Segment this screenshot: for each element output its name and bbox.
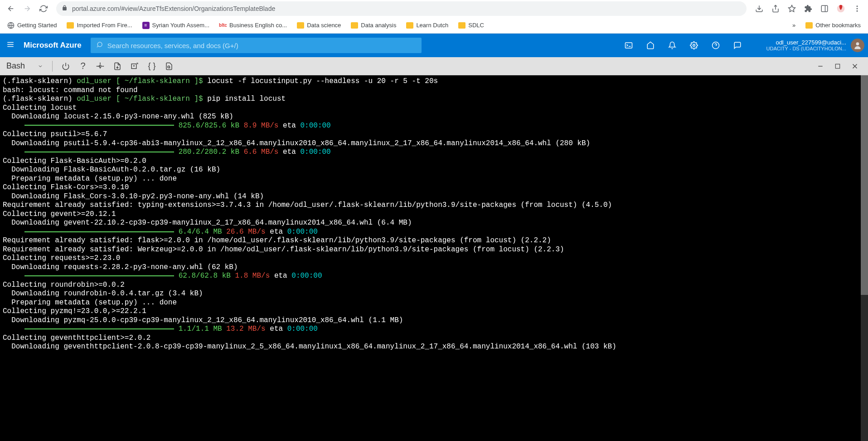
new-session-button[interactable]	[126, 58, 143, 75]
help-button[interactable]: ?	[74, 58, 92, 75]
bookmark-item[interactable]: Learn Dutch	[402, 20, 452, 30]
menu-icon[interactable]	[850, 1, 864, 16]
scrollbar-track[interactable]	[861, 75, 868, 441]
bookmark-label: Imported From Fire...	[77, 22, 132, 29]
terminal-line: Downloading locust-2.15.0-py3-none-any.w…	[3, 113, 865, 122]
profile-icon[interactable]	[834, 1, 848, 16]
terminal-line: Collecting Flask-Cors>=3.0.10	[3, 183, 865, 192]
terminal-line: 6.4/6.4 MB 26.6 MB/s eta 0:00:00	[3, 228, 865, 237]
maximize-button[interactable]	[829, 58, 846, 75]
bookmarks-bar: Getting StartedImported From Fire...≡Syr…	[0, 17, 868, 34]
notifications-icon[interactable]	[661, 34, 683, 57]
other-bookmarks[interactable]: Other bookmarks	[802, 20, 864, 30]
bookmark-label: Learn Dutch	[416, 22, 448, 29]
folder-icon	[458, 22, 466, 29]
terminal-line: Downloading roundrobin-0.0.4.tar.gz (3.4…	[3, 289, 865, 299]
feedback-icon[interactable]	[727, 34, 748, 57]
terminal-line: 280.2/280.2 kB 6.6 MB/s eta 0:00:00	[3, 148, 865, 157]
terminal-line: Requirement already satisfied: flask>=2.…	[3, 236, 865, 245]
bookmark-label: Data science	[307, 22, 341, 29]
browser-toolbar: portal.azure.com/#view/AzureTfsExtension…	[0, 0, 868, 17]
terminal-line: Collecting geventhttpclient>=2.0.2	[3, 334, 865, 343]
azure-user-menu[interactable]: odl_user_227599@udaci... UDACITY - DS (U…	[757, 39, 868, 52]
terminal-line: Preparing metadata (setup.py) ... done	[3, 175, 865, 184]
bookmark-item[interactable]: Data analysis	[347, 20, 400, 30]
bookmark-item[interactable]: Getting Started	[4, 20, 60, 31]
terminal-line: Downloading Flask-BasicAuth-0.2.0.tar.gz…	[3, 166, 865, 175]
bookmark-label: Other bookmarks	[815, 22, 861, 29]
bookmark-label: Data analysis	[361, 22, 396, 29]
bookmark-label: Business English co...	[229, 22, 287, 29]
terminal-line: Downloading gevent-22.10.2-cp39-cp39-man…	[3, 219, 865, 228]
bookmark-item[interactable]: Imported From Fire...	[63, 20, 136, 30]
editor-button[interactable]: { }	[143, 58, 160, 75]
shell-type-label: Bash	[6, 61, 25, 71]
shell-settings-button[interactable]	[92, 58, 109, 75]
azure-search-input[interactable]	[107, 42, 416, 49]
user-tenant: UDACITY - DS (UDACITYHOLON...	[766, 46, 846, 52]
bookmark-item[interactable]: bltcBusiness English co...	[216, 20, 291, 31]
close-button[interactable]	[846, 58, 863, 75]
terminal-line: Collecting gevent>=20.12.1	[3, 210, 865, 219]
terminal-line: 1.1/1.1 MB 13.2 MB/s eta 0:00:00	[3, 325, 865, 334]
directory-icon[interactable]	[640, 34, 661, 57]
avatar	[851, 39, 864, 52]
azure-logo[interactable]: Microsoft Azure	[24, 41, 82, 50]
bookmark-label: SDLC	[468, 22, 484, 29]
settings-icon[interactable]	[683, 34, 705, 57]
folder-icon	[297, 22, 304, 29]
bookmark-label: Syrian Youth Assem...	[152, 22, 209, 29]
terminal-line: Downloading geventhttpclient-2.0.8-cp39-…	[3, 343, 865, 352]
reload-button[interactable]	[36, 1, 51, 16]
terminal-line: Requirement already satisfied: typing-ex…	[3, 201, 865, 210]
terminal-line: 62.8/62.8 kB 1.8 MB/s eta 0:00:00	[3, 272, 865, 281]
install-icon[interactable]	[752, 1, 766, 16]
back-button[interactable]	[4, 1, 18, 16]
azure-header-icons	[618, 34, 748, 57]
help-icon[interactable]	[705, 34, 727, 57]
panel-icon[interactable]	[817, 1, 832, 16]
terminal-line: Downloading requests-2.28.2-py3-none-any…	[3, 263, 865, 272]
svg-point-2	[857, 5, 858, 7]
svg-rect-0	[821, 5, 828, 12]
address-bar[interactable]: portal.azure.com/#view/AzureTfsExtension…	[56, 1, 747, 16]
bookmark-item[interactable]: ≡Syrian Youth Assem...	[139, 20, 213, 31]
terminal-line: Collecting roundrobin>=0.0.2	[3, 281, 865, 290]
folder-icon	[805, 22, 813, 29]
bookmarks-overflow[interactable]: »	[789, 20, 799, 30]
extensions-icon[interactable]	[801, 1, 815, 16]
terminal-line: Collecting pyzmq!=23.0.0,>=22.2.1	[3, 307, 865, 316]
share-icon[interactable]	[768, 1, 783, 16]
bookmark-item[interactable]: Data science	[293, 20, 344, 30]
bookmark-label: Getting Started	[17, 22, 57, 29]
azure-search[interactable]	[91, 38, 422, 53]
text-icon: bltc	[219, 22, 227, 29]
upload-download-button[interactable]	[109, 58, 126, 75]
terminal[interactable]: (.flask-sklearn) odl_user [ ~/flask-skle…	[0, 75, 868, 441]
terminal-line: bash: locust: command not found	[3, 86, 865, 95]
svg-rect-7	[625, 43, 632, 48]
folder-icon	[406, 22, 413, 29]
forward-button[interactable]	[20, 1, 34, 16]
terminal-line: 825.6/825.6 kB 8.9 MB/s eta 0:00:00	[3, 122, 865, 131]
bookmark-item[interactable]: SDLC	[455, 20, 488, 30]
star-icon[interactable]	[785, 1, 799, 16]
terminal-line: (.flask-sklearn) odl_user [ ~/flask-skle…	[3, 77, 865, 86]
shell-type-dropdown[interactable]: Bash	[5, 61, 48, 71]
terminal-line: Collecting locust	[3, 104, 865, 113]
restart-button[interactable]	[57, 58, 74, 75]
terminal-line: Collecting psutil>=5.6.7	[3, 130, 865, 139]
scrollbar-thumb[interactable]	[861, 75, 868, 295]
terminal-line: Collecting Flask-BasicAuth>=0.2.0	[3, 157, 865, 166]
web-preview-button[interactable]	[160, 58, 178, 75]
terminal-line: Downloading pyzmq-25.0.0-cp39-cp39-manyl…	[3, 316, 865, 325]
cloud-shell-icon[interactable]	[618, 34, 640, 57]
svg-rect-14	[835, 64, 839, 68]
terminal-line: Downloading psutil-5.9.4-cp36-abi3-manyl…	[3, 139, 865, 148]
hamburger-icon[interactable]	[6, 40, 15, 51]
terminal-line: (.flask-sklearn) odl_user [ ~/flask-skle…	[3, 95, 865, 104]
terminal-line: Collecting requests>=2.23.0	[3, 254, 865, 263]
search-icon	[96, 41, 103, 49]
cloudshell-toolbar: Bash ? { }	[0, 57, 868, 75]
minimize-button[interactable]	[812, 58, 829, 75]
